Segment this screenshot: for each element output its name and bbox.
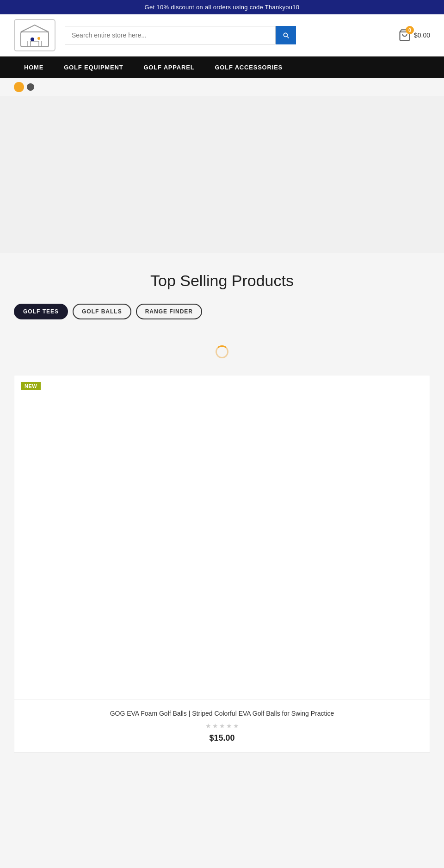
logo-icon (18, 23, 51, 48)
product-rating: ★ ★ ★ ★ ★ (24, 722, 420, 730)
header: 0 $0.00 (0, 14, 444, 56)
promo-text: Get 10% discount on all orders using cod… (145, 4, 300, 11)
loading-spinner (216, 345, 228, 358)
cart-area[interactable]: 0 $0.00 (398, 29, 430, 42)
loading-dot-orange (14, 82, 24, 92)
product-card[interactable]: NEW GOG EVA Foam Golf Balls | Striped Co… (14, 375, 430, 753)
search-icon (282, 31, 290, 39)
logo[interactable] (14, 19, 56, 51)
search-input[interactable] (65, 26, 276, 44)
star-2: ★ (212, 722, 218, 730)
svg-rect-6 (31, 41, 39, 47)
star-5: ★ (233, 722, 239, 730)
breadcrumb-area (0, 78, 444, 96)
nav-item-golf-apparel[interactable]: GOLF APPAREL (133, 56, 204, 78)
section-title-area: Top Selling Products (0, 253, 444, 299)
filter-tab-golf-tees[interactable]: GOLF TEES (14, 304, 68, 319)
main-nav: HOME GOLF EQUIPMENT GOLF APPAREL GOLF AC… (0, 56, 444, 78)
product-info: GOG EVA Foam Golf Balls | Striped Colorf… (14, 699, 430, 752)
nav-item-home[interactable]: HOME (14, 56, 54, 78)
product-price: $15.00 (24, 733, 420, 743)
spinner-area (0, 329, 444, 375)
promo-banner: Get 10% discount on all orders using cod… (0, 0, 444, 14)
star-3: ★ (219, 722, 225, 730)
hero-slider (0, 96, 444, 253)
star-4: ★ (226, 722, 232, 730)
loading-dot-dark (27, 83, 34, 91)
search-button[interactable] (276, 26, 296, 44)
cart-icon-wrap: 0 (398, 29, 411, 42)
svg-rect-0 (21, 32, 49, 47)
search-area (65, 26, 296, 44)
svg-marker-1 (21, 25, 49, 32)
cart-total: $0.00 (414, 31, 430, 39)
svg-point-3 (37, 37, 40, 40)
filter-tab-golf-balls[interactable]: GOLF BALLS (73, 304, 131, 319)
nav-item-golf-accessories[interactable]: GOLF ACCESSORIES (204, 56, 293, 78)
product-badge: NEW (21, 382, 41, 390)
filter-tab-range-finder[interactable]: RANGE FINDER (136, 304, 202, 319)
product-image (14, 375, 430, 699)
filter-tabs: GOLF TEES GOLF BALLS RANGE FINDER (0, 299, 444, 329)
svg-point-2 (31, 37, 34, 41)
nav-item-golf-equipment[interactable]: GOLF EQUIPMENT (54, 56, 133, 78)
star-1: ★ (205, 722, 211, 730)
logo-box (14, 19, 56, 51)
cart-badge: 0 (406, 26, 414, 34)
product-name: GOG EVA Foam Golf Balls | Striped Colorf… (24, 709, 420, 718)
section-title: Top Selling Products (0, 272, 444, 290)
